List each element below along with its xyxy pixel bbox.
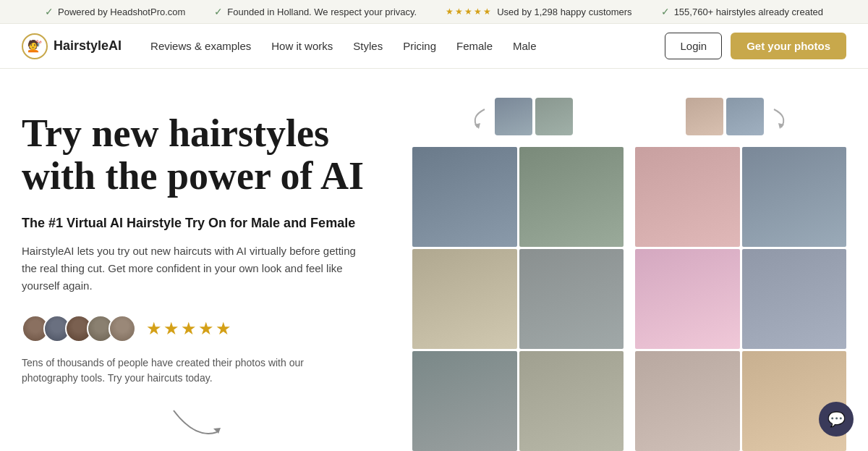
- avatar-5: [109, 315, 136, 342]
- banner-item-3: ★★★★★ Used by 1,298 happy customers: [446, 7, 631, 17]
- logo-icon: 💇: [22, 33, 48, 59]
- male-photo-3: [412, 249, 517, 349]
- hero-description: HairstyleAI lets you try out new haircut…: [22, 243, 369, 295]
- male-thumb-row: [412, 98, 624, 135]
- hero-section: Try new hairstyles with the power of AI …: [0, 69, 868, 451]
- banner-item-2: ✓ Founded in Holland. We respect your pr…: [214, 6, 417, 17]
- banner-item-1: ✓ Powered by HeadshotPro.com: [45, 6, 185, 17]
- male-photo-6: [519, 351, 624, 451]
- male-thumb-2: [535, 98, 573, 135]
- nav-female[interactable]: Female: [456, 40, 493, 52]
- banner-item-4: ✓ 155,760+ hairstyles already created: [661, 6, 823, 17]
- male-photo-2: [519, 147, 624, 247]
- nav-pricing[interactable]: Pricing: [403, 40, 436, 52]
- male-photo-1: [412, 147, 517, 247]
- female-thumb-1: [686, 98, 723, 135]
- male-column: [412, 98, 624, 451]
- nav-actions: Login Get your photos: [665, 33, 846, 59]
- hero-subtitle: The #1 Virtual AI Hairstyle Try On for M…: [22, 216, 391, 231]
- hero-right: [412, 98, 846, 451]
- female-photo-2: [742, 147, 847, 247]
- banner-text-4: 155,760+ hairstyles already created: [674, 7, 823, 17]
- nav-links: Reviews & examples How it works Styles P…: [150, 40, 643, 52]
- logo-text: HairstyleAI: [54, 38, 122, 54]
- login-button[interactable]: Login: [665, 33, 722, 59]
- female-photo-grid: [635, 147, 846, 451]
- nav-male[interactable]: Male: [513, 40, 537, 52]
- female-photo-6: [742, 351, 847, 451]
- banner-stars: ★★★★★: [446, 7, 493, 17]
- chat-button[interactable]: 💬: [819, 402, 854, 437]
- banner-text-3: Used by 1,298 happy customers: [497, 7, 631, 17]
- female-thumb-row: [635, 98, 846, 135]
- social-proof: ★★★★★: [22, 315, 391, 342]
- nav-how-it-works[interactable]: How it works: [271, 40, 333, 52]
- curved-arrow-icon: [166, 403, 224, 447]
- nav-styles[interactable]: Styles: [353, 40, 383, 52]
- check-icon-2: ✓: [214, 6, 223, 17]
- right-arrow-icon: [767, 102, 796, 131]
- hero-left: Try new hairstyles with the power of AI …: [22, 98, 412, 451]
- male-photo-5: [412, 351, 517, 451]
- female-column: [635, 98, 846, 451]
- banner-text-1: Powered by HeadshotPro.com: [58, 7, 185, 17]
- navbar: 💇 HairstyleAI Reviews & examples How it …: [0, 24, 868, 69]
- logo[interactable]: 💇 HairstyleAI: [22, 33, 122, 59]
- banner-text-2: Founded in Holland. We respect your priv…: [227, 7, 417, 17]
- star-rating: ★★★★★: [146, 319, 233, 339]
- hero-title: Try new hairstyles with the power of AI: [22, 112, 391, 198]
- nav-reviews[interactable]: Reviews & examples: [150, 40, 251, 52]
- male-thumb-1: [495, 98, 532, 135]
- female-photo-1: [635, 147, 740, 247]
- check-icon-1: ✓: [45, 6, 54, 17]
- chat-icon: 💬: [827, 410, 846, 428]
- female-photo-3: [635, 249, 740, 349]
- social-text: Tens of thousands of people have created…: [22, 355, 326, 386]
- male-photo-grid: [412, 147, 624, 451]
- male-photo-4: [519, 249, 624, 349]
- female-photo-4: [742, 249, 847, 349]
- female-photo-5: [635, 351, 740, 451]
- check-icon-4: ✓: [661, 6, 670, 17]
- left-arrow-icon: [463, 102, 492, 131]
- top-banner: ✓ Powered by HeadshotPro.com ✓ Founded i…: [0, 0, 868, 24]
- avatar-group: [22, 315, 136, 342]
- female-thumb-2: [726, 98, 764, 135]
- get-photos-button[interactable]: Get your photos: [731, 33, 846, 59]
